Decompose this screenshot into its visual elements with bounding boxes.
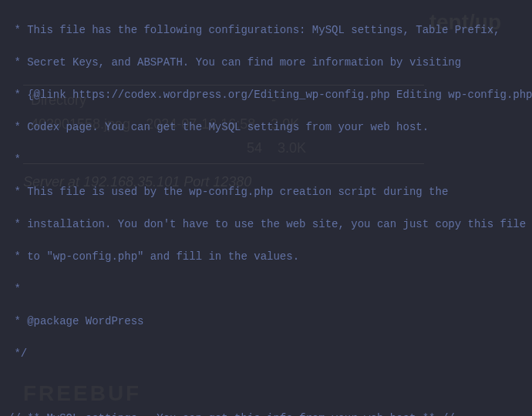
comment-line: * This file has the following configurat… [8,22,524,39]
comment-line: * installation. You don't have to use th… [8,216,524,233]
comment-line: */ [8,346,524,362]
comment-line: * {@link https://codex.wordpress.org/Edi… [8,87,524,103]
code-editor-content[interactable]: * This file has the following configurat… [8,6,524,416]
comment-line: // ** MySQL settings - You can get this … [8,411,524,416]
comment-line: * [8,281,524,297]
comment-line: * Codex page. You can get the MySQL sett… [8,119,524,136]
comment-line: * [8,152,524,168]
comment-line: * Secret Keys, and ABSPATH. You can find… [8,55,524,71]
comment-line: * This file is used by the wp-config.php… [8,184,524,200]
comment-line: * to "wp-config.php" and fill in the val… [8,249,524,265]
comment-line: * @package WordPress [8,314,524,330]
